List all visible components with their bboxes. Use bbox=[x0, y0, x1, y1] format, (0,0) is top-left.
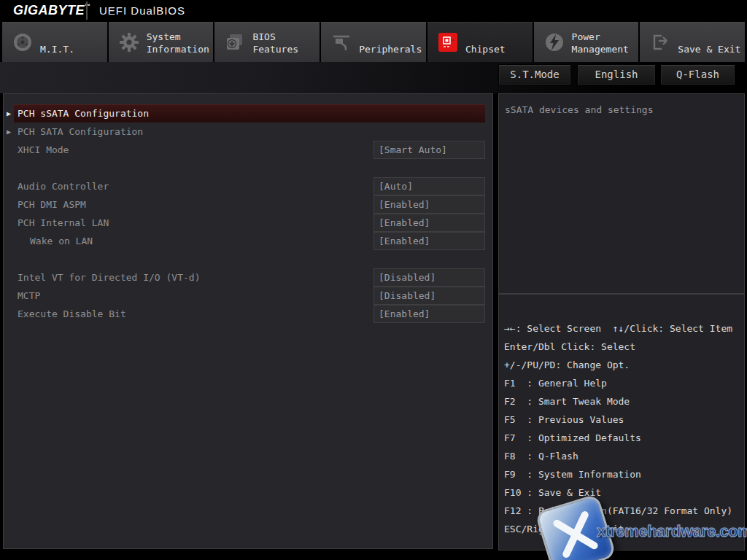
list-spacer bbox=[4, 159, 492, 177]
divider bbox=[86, 1, 88, 20]
item-value[interactable]: [Disabled] bbox=[374, 287, 485, 305]
tab-system-information[interactable]: System Information bbox=[109, 22, 214, 62]
list-item-mctp[interactable]: MCTP [Disabled] bbox=[4, 287, 492, 305]
list-item-intel-vt-d[interactable]: Intel VT for Directed I/O (VT-d) [Disabl… bbox=[4, 268, 492, 287]
power-bolt-icon bbox=[543, 31, 565, 53]
help-panel: sSATA devices and settings bbox=[498, 93, 745, 294]
item-label: PCH Internal LAN bbox=[18, 214, 109, 232]
tab-power-management[interactable]: Power Management bbox=[534, 22, 639, 62]
tab-label: System Information bbox=[147, 31, 209, 55]
item-label: Wake on LAN bbox=[30, 232, 93, 250]
settings-list-panel: ▶ PCH sSATA Configuration ▶ PCH SATA Con… bbox=[3, 93, 493, 549]
item-value[interactable]: [Auto] bbox=[374, 177, 485, 195]
bios-screen: GIGABYTE™ UEFI DualBIOS M.I.T. bbox=[0, 0, 747, 560]
item-label: Execute Disable Bit bbox=[18, 305, 126, 323]
tab-label: Chipset bbox=[465, 43, 506, 55]
help-text: sSATA devices and settings bbox=[499, 94, 744, 125]
tab-mit[interactable]: M.I.T. bbox=[2, 22, 107, 62]
item-label: Intel VT for Directed I/O (VT-d) bbox=[18, 268, 200, 287]
title-bar: GIGABYTE™ UEFI DualBIOS bbox=[0, 0, 747, 22]
list-item-audio-controller[interactable]: Audio Controller [Auto] bbox=[4, 177, 492, 195]
qflash-button[interactable]: Q-Flash bbox=[660, 64, 735, 85]
page-title: UEFI DualBIOS bbox=[99, 4, 185, 17]
tab-chipset[interactable]: Chipset bbox=[427, 22, 533, 62]
brand-text: GIGABYTE bbox=[13, 3, 85, 18]
tab-label: Peripherals bbox=[359, 43, 422, 55]
item-label: Audio Controller bbox=[18, 177, 109, 195]
legend-line: F8 : Q-Flash bbox=[504, 447, 744, 465]
peripherals-icon bbox=[330, 31, 352, 53]
chipset-icon bbox=[437, 31, 459, 53]
legend-line: F2 : Smart Tweak Mode bbox=[504, 392, 744, 411]
tab-label: BIOS Features bbox=[252, 31, 298, 55]
legend-line: ESC/Right Click: Exit bbox=[504, 520, 744, 538]
item-label: XHCI Mode bbox=[18, 141, 69, 159]
item-value[interactable]: [Enabled] bbox=[374, 214, 485, 232]
item-value[interactable]: [Enabled] bbox=[374, 232, 485, 250]
list-item-pch-sata-configuration[interactable]: ▶ PCH SATA Configuration bbox=[4, 122, 492, 141]
legend-line: Enter/Dbl Click: Select bbox=[504, 338, 744, 356]
tab-bar: M.I.T. System Information bbox=[0, 22, 747, 62]
tab-label: Save & Exit bbox=[678, 43, 740, 55]
stmode-button[interactable]: S.T.Mode bbox=[498, 64, 571, 85]
item-value[interactable]: [Smart Auto] bbox=[374, 141, 485, 159]
tab-label: Power Management bbox=[572, 31, 629, 55]
item-label: PCH SATA Configuration bbox=[18, 122, 143, 141]
item-label: PCH sSATA Configuration bbox=[18, 104, 149, 122]
save-exit-icon bbox=[649, 31, 671, 53]
legend-line: F10 : Save & Exit bbox=[504, 483, 744, 502]
tab-bios-features[interactable]: BIOS Features bbox=[214, 22, 320, 62]
hotkey-legend-panel: →←: Select Screen ↑↓/Click: Select Item … bbox=[498, 294, 745, 551]
item-label: MCTP bbox=[18, 287, 40, 305]
legend-line: F9 : System Information bbox=[504, 465, 744, 483]
mit-dial-icon bbox=[12, 31, 34, 53]
submenu-arrow-icon: ▶ bbox=[7, 122, 11, 141]
list-item-pch-ssata-configuration[interactable]: ▶ PCH sSATA Configuration bbox=[4, 104, 492, 122]
list-item-pch-dmi-aspm[interactable]: PCH DMI ASPM [Enabled] bbox=[4, 195, 492, 214]
tab-peripherals[interactable]: Peripherals bbox=[321, 22, 426, 62]
item-label: PCH DMI ASPM bbox=[18, 195, 86, 214]
legend-line: F7 : Optimized Defaults bbox=[504, 429, 744, 447]
submenu-arrow-icon: ▶ bbox=[7, 104, 11, 122]
item-value[interactable]: [Enabled] bbox=[374, 305, 485, 323]
list-item-wake-on-lan[interactable]: Wake on LAN [Enabled] bbox=[4, 232, 492, 250]
list-item-xhci-mode[interactable]: XHCI Mode [Smart Auto] bbox=[4, 141, 492, 159]
legend-line: F5 : Previous Values bbox=[504, 411, 744, 429]
legend-line: →←: Select Screen ↑↓/Click: Select Item bbox=[504, 319, 744, 338]
item-value[interactable]: [Enabled] bbox=[374, 195, 485, 214]
list-item-execute-disable-bit[interactable]: Execute Disable Bit [Enabled] bbox=[4, 305, 492, 323]
item-value[interactable]: [Disabled] bbox=[374, 268, 485, 287]
gigabyte-logo: GIGABYTE™ bbox=[13, 3, 91, 18]
bios-features-icon bbox=[224, 31, 246, 53]
list-item-pch-internal-lan[interactable]: PCH Internal LAN [Enabled] bbox=[4, 214, 492, 232]
list-spacer bbox=[4, 250, 492, 268]
language-button[interactable]: English bbox=[577, 64, 656, 85]
tab-label: M.I.T. bbox=[40, 43, 74, 55]
legend-line: +/-/PU/PD: Change Opt. bbox=[504, 356, 744, 374]
legend-line: F1 : General Help bbox=[504, 374, 744, 392]
gear-icon bbox=[118, 31, 140, 53]
tab-save-exit[interactable]: Save & Exit bbox=[640, 22, 745, 62]
legend-line: F12 : Print Screen(FAT16/32 Format Only) bbox=[504, 502, 744, 520]
